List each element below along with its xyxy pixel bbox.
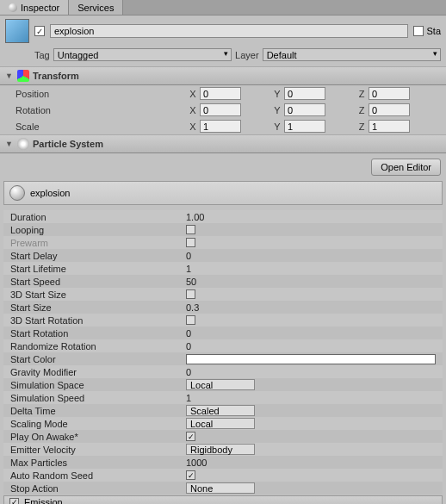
scale-label: Scale xyxy=(15,121,188,132)
gameobject-header: Sta xyxy=(0,16,446,47)
start-color-label: Start Color xyxy=(10,354,186,364)
start-rotation-field[interactable]: 0 xyxy=(186,328,436,339)
start-size-3d-checkbox[interactable] xyxy=(186,289,195,299)
tab-label: Inspector xyxy=(21,3,59,13)
auto-random-seed-label: Auto Random Seed xyxy=(10,470,186,481)
prewarm-checkbox xyxy=(186,238,195,247)
position-x-field[interactable] xyxy=(200,87,241,100)
start-size-3d-label: 3D Start Size xyxy=(10,289,186,300)
looping-label: Looping xyxy=(10,225,186,235)
sim-space-label: Simulation Space xyxy=(10,380,186,390)
start-size-field[interactable]: 0.3 xyxy=(186,302,436,313)
start-speed-label: Start Speed xyxy=(10,277,186,287)
scale-y-field[interactable] xyxy=(284,120,325,133)
scaling-mode-label: Scaling Mode xyxy=(10,419,186,429)
randomize-rotation-label: Randomize Rotation xyxy=(10,341,186,352)
position-z-field[interactable] xyxy=(369,87,410,100)
position-row: Position X Y Z xyxy=(0,85,446,102)
tab-label: Services xyxy=(77,3,114,13)
emission-checkbox[interactable] xyxy=(9,498,19,505)
x-label: X xyxy=(188,89,198,99)
prewarm-label: Prewarm xyxy=(10,238,186,248)
gameobject-name-field[interactable] xyxy=(50,24,408,38)
particle-system-name-bar[interactable]: explosion xyxy=(3,181,443,205)
rotation-row: Rotation X Y Z xyxy=(0,102,446,118)
sphere-icon xyxy=(9,185,25,201)
tab-inspector[interactable]: Inspector xyxy=(0,0,69,15)
auto-random-seed-checkbox[interactable] xyxy=(186,470,195,480)
start-lifetime-field[interactable]: 1 xyxy=(186,264,436,274)
start-rotation-label: Start Rotation xyxy=(10,328,186,339)
particle-system-header[interactable]: ▼ Particle System xyxy=(0,134,446,153)
layer-dropdown[interactable]: Default xyxy=(263,48,441,61)
component-title: Transform xyxy=(33,71,79,81)
scale-row: Scale X Y Z xyxy=(0,118,446,134)
stop-action-dropdown[interactable]: None xyxy=(186,482,255,494)
tab-services[interactable]: Services xyxy=(69,0,123,15)
foldout-icon[interactable]: ▼ xyxy=(5,72,14,80)
start-speed-field[interactable]: 50 xyxy=(186,277,436,287)
duration-label: Duration xyxy=(10,212,186,222)
particle-system-component: ▼ Particle System Open Editor explosion … xyxy=(0,134,446,504)
tag-dropdown[interactable]: Untagged xyxy=(53,48,232,61)
scale-z-field[interactable] xyxy=(369,120,410,133)
position-y-field[interactable] xyxy=(284,87,325,100)
emission-module[interactable]: Emission xyxy=(3,495,443,504)
y-label: Y xyxy=(272,89,282,99)
delta-time-dropdown[interactable]: Scaled xyxy=(186,405,255,416)
randomize-rotation-field[interactable]: 0 xyxy=(186,341,436,352)
tag-layer-row: Tag Untagged Layer Default xyxy=(0,47,446,66)
rotation-x-field[interactable] xyxy=(200,103,241,116)
sim-speed-label: Simulation Speed xyxy=(10,393,186,403)
transform-component: ▼ Transform Position X Y Z Rotation X Y … xyxy=(0,66,446,134)
start-color-field[interactable] xyxy=(186,354,436,364)
rotation-y-field[interactable] xyxy=(284,103,325,116)
position-label: Position xyxy=(15,89,188,99)
emitter-velocity-label: Emitter Velocity xyxy=(10,445,186,455)
start-lifetime-label: Start Lifetime xyxy=(10,264,186,274)
start-delay-field[interactable]: 0 xyxy=(186,251,436,261)
particle-icon xyxy=(17,138,29,150)
rotation-label: Rotation xyxy=(15,105,188,115)
emitter-velocity-dropdown[interactable]: Rigidbody xyxy=(186,444,255,455)
tab-bar: Inspector Services xyxy=(0,0,446,16)
active-checkbox[interactable] xyxy=(34,26,45,36)
start-size-label: Start Size xyxy=(10,302,186,313)
sim-space-dropdown[interactable]: Local xyxy=(186,379,255,390)
start-delay-label: Start Delay xyxy=(10,251,186,261)
stop-action-label: Stop Action xyxy=(10,483,186,494)
static-toggle[interactable]: Sta xyxy=(413,26,441,36)
scaling-mode-dropdown[interactable]: Local xyxy=(186,418,255,429)
start-rot-3d-checkbox[interactable] xyxy=(186,315,195,325)
layer-label: Layer xyxy=(235,50,259,60)
max-particles-field[interactable]: 1000 xyxy=(186,457,436,468)
foldout-icon[interactable]: ▼ xyxy=(5,140,14,148)
gravity-label: Gravity Modifier xyxy=(10,367,186,377)
play-on-awake-checkbox[interactable] xyxy=(186,432,195,441)
static-label: Sta xyxy=(426,26,441,36)
ps-name: explosion xyxy=(30,188,70,198)
tag-label: Tag xyxy=(34,50,50,60)
gravity-field[interactable]: 0 xyxy=(186,367,436,377)
max-particles-label: Max Particles xyxy=(10,457,186,468)
static-checkbox[interactable] xyxy=(413,26,424,36)
rotation-z-field[interactable] xyxy=(369,103,410,116)
particle-system-main-module: Duration1.00 Looping Prewarm Start Delay… xyxy=(0,205,446,495)
z-label: Z xyxy=(356,89,367,99)
play-on-awake-label: Play On Awake* xyxy=(10,432,186,442)
open-editor-button[interactable]: Open Editor xyxy=(371,159,441,176)
looping-checkbox[interactable] xyxy=(186,225,195,234)
inspector-icon xyxy=(9,3,17,12)
gameobject-icon[interactable] xyxy=(5,19,29,43)
module-label: Emission xyxy=(24,497,63,504)
component-title: Particle System xyxy=(33,139,103,149)
delta-time-label: Delta Time xyxy=(10,406,186,416)
duration-field[interactable]: 1.00 xyxy=(186,212,436,222)
sim-speed-field[interactable]: 1 xyxy=(186,393,436,403)
scale-x-field[interactable] xyxy=(200,120,241,133)
transform-header[interactable]: ▼ Transform xyxy=(0,66,446,85)
start-rot-3d-label: 3D Start Rotation xyxy=(10,315,186,326)
transform-icon xyxy=(17,70,29,82)
